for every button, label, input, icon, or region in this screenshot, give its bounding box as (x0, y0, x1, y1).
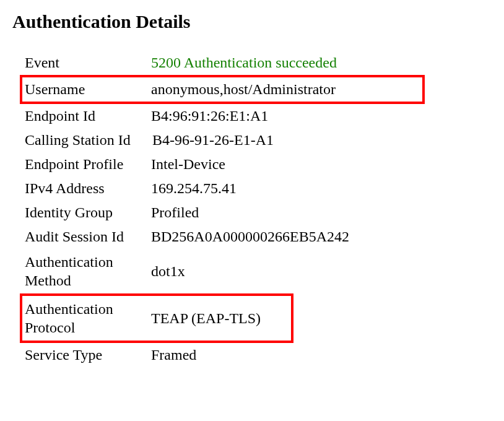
value-auth-method: dot1x (151, 263, 489, 280)
row-ipv4-address: IPv4 Address 169.254.75.41 (22, 176, 492, 201)
label-auth-protocol: Authentication Protocol (25, 300, 151, 337)
row-service-type: Service Type Framed (22, 343, 492, 367)
row-endpoint-profile: Endpoint Profile Intel-Device (22, 152, 492, 176)
value-ipv4-address: 169.254.75.41 (151, 180, 489, 197)
label-service-type: Service Type (25, 347, 151, 363)
label-ipv4-address: IPv4 Address (25, 180, 151, 197)
value-service-type: Framed (151, 347, 489, 363)
row-username: Username anonymous,host/Administrator (20, 75, 425, 104)
page-title: Authentication Details (12, 11, 492, 32)
label-calling-station-id: Calling Station Id (25, 132, 152, 149)
row-identity-group: Identity Group Profiled (22, 201, 492, 225)
value-username: anonymous,host/Administrator (151, 81, 420, 98)
label-audit-session-id: Audit Session Id (25, 228, 151, 245)
row-audit-session-id: Audit Session Id BD256A0A000000266EB5A24… (22, 225, 492, 249)
label-endpoint-id: Endpoint Id (25, 108, 151, 124)
label-auth-method: Authentication Method (25, 253, 151, 290)
label-endpoint-profile: Endpoint Profile (25, 156, 151, 173)
label-username: Username (25, 81, 151, 98)
row-auth-method: Authentication Method dot1x (22, 249, 492, 293)
label-event: Event (25, 54, 151, 71)
value-identity-group: Profiled (151, 204, 489, 221)
row-calling-station-id: Calling Station Id B4-96-91-26-E1-A1 (22, 128, 492, 152)
value-endpoint-id: B4:96:91:26:E1:A1 (151, 108, 489, 124)
authentication-details-table: Event 5200 Authentication succeeded User… (22, 51, 492, 367)
value-audit-session-id: BD256A0A000000266EB5A242 (151, 228, 489, 245)
label-identity-group: Identity Group (25, 204, 151, 221)
row-endpoint-id: Endpoint Id B4:96:91:26:E1:A1 (22, 104, 492, 128)
value-event: 5200 Authentication succeeded (151, 54, 489, 71)
row-auth-protocol: Authentication Protocol TEAP (EAP-TLS) (20, 293, 293, 343)
value-endpoint-profile: Intel-Device (151, 156, 489, 173)
row-event: Event 5200 Authentication succeeded (22, 51, 492, 75)
value-auth-protocol: TEAP (EAP-TLS) (151, 310, 289, 327)
value-calling-station-id: B4-96-91-26-E1-A1 (152, 132, 489, 149)
